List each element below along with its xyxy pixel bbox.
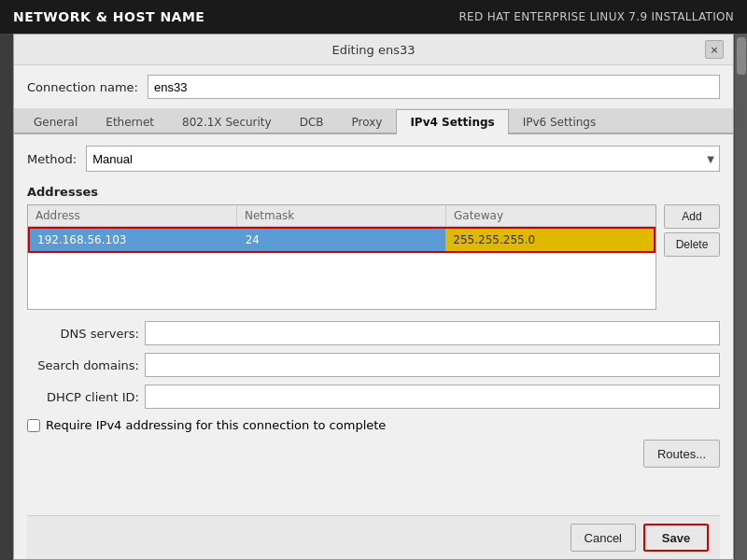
addr-empty-area — [28, 253, 655, 309]
tab-ipv4-settings[interactable]: IPv4 Settings — [396, 109, 508, 134]
routes-button[interactable]: Routes... — [643, 440, 720, 468]
dns-servers-label: DNS servers: — [27, 327, 139, 341]
dialog-title-bar: Editing ens33 × — [14, 35, 733, 65]
editing-dialog: Editing ens33 × Connection name: General… — [13, 34, 734, 560]
search-domains-row: Search domains: — [27, 353, 720, 377]
require-ipv4-row: Require IPv4 addressing for this connect… — [27, 418, 720, 432]
add-address-button[interactable]: Add — [664, 204, 720, 229]
dns-servers-row: DNS servers: — [27, 321, 720, 345]
tabs-bar: General Ethernet 802.1X Security DCB Pro… — [14, 109, 733, 134]
require-ipv4-checkbox[interactable] — [27, 419, 40, 432]
network-host-name-title: NETWORK & HOST NAME — [13, 9, 204, 24]
addr-col-header: Address — [28, 205, 237, 226]
tab-dcb[interactable]: DCB — [286, 109, 338, 134]
addr-table-header: Address Netmask Gateway — [28, 205, 655, 227]
dns-servers-input[interactable] — [145, 321, 720, 345]
dhcp-client-id-label: DHCP client ID: — [27, 390, 139, 404]
gateway-cell: 255.255.255.0 — [445, 229, 654, 251]
connection-name-label: Connection name: — [27, 80, 138, 94]
address-cell: 192.168.56.103 — [30, 229, 238, 251]
dialog-title-text: Editing ens33 — [42, 43, 705, 57]
tab-ethernet[interactable]: Ethernet — [92, 109, 168, 134]
tab-general[interactable]: General — [20, 109, 92, 134]
require-ipv4-label: Require IPv4 addressing for this connect… — [46, 418, 386, 432]
cancel-button[interactable]: Cancel — [571, 524, 636, 552]
method-label: Method: — [27, 152, 77, 166]
table-row[interactable]: 192.168.56.103 24 255.255.255.0 — [28, 227, 655, 253]
gateway-col-header: Gateway — [446, 205, 655, 226]
dialog-bottom-bar: Cancel Save — [27, 515, 720, 559]
top-bar: NETWORK & HOST NAME RED HAT ENTERPRISE L… — [0, 0, 747, 34]
dhcp-client-id-row: DHCP client ID: — [27, 385, 720, 409]
save-button[interactable]: Save — [643, 524, 709, 552]
tab-8021x-security[interactable]: 802.1X Security — [168, 109, 286, 134]
method-select[interactable]: Manual Automatic (DHCP) Link-Local Only … — [86, 146, 720, 172]
addr-action-buttons: Add Delete — [664, 204, 720, 310]
netmask-col-header: Netmask — [237, 205, 446, 226]
addresses-table: Address Netmask Gateway 192.168.56.103 2… — [27, 204, 656, 310]
connection-name-row: Connection name: — [14, 65, 733, 109]
connection-name-input[interactable] — [148, 75, 720, 99]
delete-address-button[interactable]: Delete — [664, 232, 720, 257]
dialog-content: Method: Manual Automatic (DHCP) Link-Loc… — [14, 134, 733, 479]
dialog-close-button[interactable]: × — [705, 40, 724, 59]
tab-proxy[interactable]: Proxy — [338, 109, 397, 134]
installation-title: RED HAT ENTERPRISE LINUX 7.9 INSTALLATIO… — [458, 10, 734, 23]
routes-row: Routes... — [27, 440, 720, 468]
search-domains-label: Search domains: — [27, 358, 139, 372]
method-select-wrapper[interactable]: Manual Automatic (DHCP) Link-Local Only … — [86, 146, 720, 172]
addresses-container: Address Netmask Gateway 192.168.56.103 2… — [27, 204, 720, 310]
addresses-section-title: Addresses — [27, 185, 720, 199]
netmask-cell: 24 — [238, 229, 446, 251]
dhcp-client-id-input[interactable] — [145, 385, 720, 409]
scrollbar-thumb[interactable] — [737, 37, 746, 75]
method-row: Method: Manual Automatic (DHCP) Link-Loc… — [27, 146, 720, 172]
tab-ipv6-settings[interactable]: IPv6 Settings — [509, 109, 611, 134]
scrollbar[interactable] — [734, 34, 747, 560]
search-domains-input[interactable] — [145, 353, 720, 377]
